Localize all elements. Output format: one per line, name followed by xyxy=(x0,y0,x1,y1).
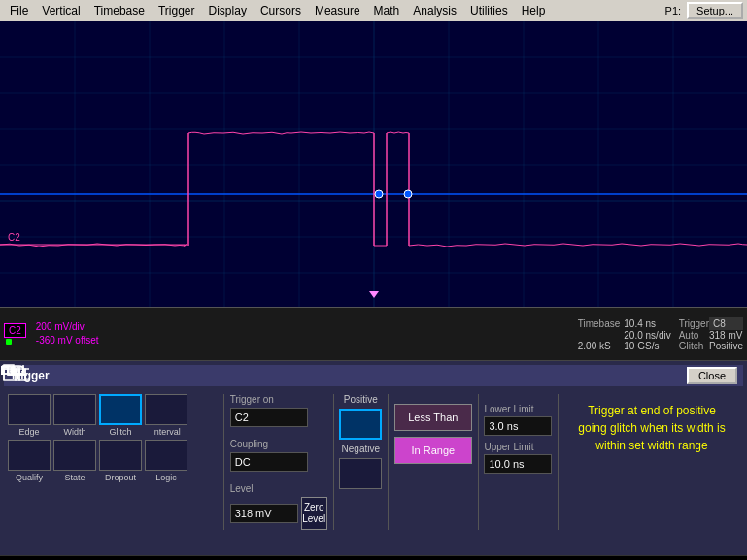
trigger-type-state-group: State xyxy=(53,440,96,482)
trigger-type-qualify-label: Qualify xyxy=(16,473,43,482)
trigger-content: Edge Width Glitch xyxy=(4,392,743,532)
menu-bar: File Vertical Timebase Trigger Display C… xyxy=(0,0,747,21)
lower-limit-input[interactable] xyxy=(484,416,552,436)
coupling-label: Coupling xyxy=(230,439,327,449)
separator-2 xyxy=(333,394,334,530)
trigger-type-width[interactable] xyxy=(53,394,96,425)
trigger-type-dropout[interactable] xyxy=(99,440,142,471)
trigger-type-edge[interactable] xyxy=(8,394,51,425)
trigger-type-glitch[interactable] xyxy=(99,394,142,425)
trigger-type-interval-label: Interval xyxy=(152,427,181,437)
trigger-type-qualify[interactable] xyxy=(8,440,51,471)
positive-polarity-button[interactable] xyxy=(339,409,382,440)
trigger-on-label: Trigger on xyxy=(230,394,327,405)
menu-cursors[interactable]: Cursors xyxy=(255,2,307,19)
polarity-section: Positive Negative xyxy=(339,394,382,489)
menu-vertical[interactable]: Vertical xyxy=(36,2,85,19)
status-bar: C2 200 mV/div -360 mV offset Timebase 10… xyxy=(0,308,747,361)
timebase-info: Timebase 10.4 ns Trigger C8 20.0 ns/div … xyxy=(578,317,743,351)
separator-3 xyxy=(388,394,389,530)
upper-limit-label: Upper Limit xyxy=(484,442,552,452)
menu-utilities[interactable]: Utilities xyxy=(464,2,514,19)
ch2-info: 200 mV/div -360 mV offset xyxy=(36,320,99,347)
menu-math[interactable]: Math xyxy=(368,2,406,19)
level-input[interactable] xyxy=(230,504,298,523)
trigger-type-logic-label: Logic xyxy=(155,473,177,482)
svg-text:C2: C2 xyxy=(8,232,20,243)
positive-label: Positive xyxy=(339,394,382,405)
ch2-label: C2 xyxy=(4,323,26,338)
oscilloscope-screen: C2 xyxy=(0,21,747,308)
trigger-type-width-group: Width xyxy=(53,394,96,437)
menu-measure[interactable]: Measure xyxy=(309,2,366,19)
close-button[interactable]: Close xyxy=(687,367,737,384)
menu-help[interactable]: Help xyxy=(516,2,552,19)
trigger-type-state[interactable] xyxy=(53,440,96,471)
trigger-type-qualify-group: Qualify xyxy=(8,440,51,482)
trigger-type-state-label: State xyxy=(64,473,85,482)
p1-label: P1: xyxy=(662,3,686,18)
level-label: Level xyxy=(230,483,327,494)
limit-section: Lower Limit Upper Limit xyxy=(484,394,552,474)
setup-button[interactable]: Setup... xyxy=(687,2,743,19)
trigger-type-logic-group: Logic xyxy=(145,440,187,482)
menu-display[interactable]: Display xyxy=(203,2,253,19)
zero-level-button[interactable]: Zero Level xyxy=(301,497,327,530)
svg-point-24 xyxy=(404,190,412,198)
lower-limit-label: Lower Limit xyxy=(484,404,552,414)
trigger-type-interval[interactable] xyxy=(145,394,187,425)
svg-point-23 xyxy=(375,190,383,198)
trigger-title-bar: Trigger Close xyxy=(4,365,743,386)
trigger-type-width-label: Width xyxy=(63,427,85,437)
menu-timebase[interactable]: Timebase xyxy=(88,2,151,19)
separator-1 xyxy=(223,394,224,530)
menu-file[interactable]: File xyxy=(4,2,34,19)
trigger-on-section: Trigger on Coupling Level Zero Level xyxy=(230,394,327,530)
trigger-type-logic[interactable] xyxy=(145,440,187,471)
trigger-type-glitch-label: Glitch xyxy=(109,427,131,437)
trigger-type-interval-group: Interval xyxy=(145,394,187,437)
trigger-type-dropout-label: Dropout xyxy=(105,473,136,482)
upper-limit-input[interactable] xyxy=(484,454,552,474)
waveform-svg: C2 xyxy=(0,21,747,307)
in-range-button[interactable]: In Range xyxy=(394,437,472,464)
trigger-on-input[interactable] xyxy=(230,408,308,427)
trigger-info-text: Trigger at end of positive going glitch … xyxy=(564,394,739,462)
negative-polarity-button[interactable] xyxy=(339,458,382,489)
trigger-type-glitch-group: Glitch xyxy=(99,394,142,437)
menu-analysis[interactable]: Analysis xyxy=(407,2,462,19)
upper-limit-row: Upper Limit xyxy=(484,442,552,474)
coupling-input[interactable] xyxy=(230,452,308,472)
menu-trigger[interactable]: Trigger xyxy=(153,2,201,19)
trigger-type-edge-group: Edge xyxy=(8,394,51,437)
trigger-row1: Edge Width Glitch xyxy=(8,394,739,530)
trigger-type-edge-label: Edge xyxy=(18,427,39,437)
separator-5 xyxy=(558,394,559,530)
less-than-button[interactable]: Less Than xyxy=(394,404,472,431)
trigger-panel: Trigger Close Edge Width xyxy=(0,361,747,555)
negative-label: Negative xyxy=(339,444,382,454)
trigger-type-dropout-group: Dropout xyxy=(99,440,142,482)
lower-limit-row: Lower Limit xyxy=(484,404,552,436)
separator-4 xyxy=(478,394,479,530)
